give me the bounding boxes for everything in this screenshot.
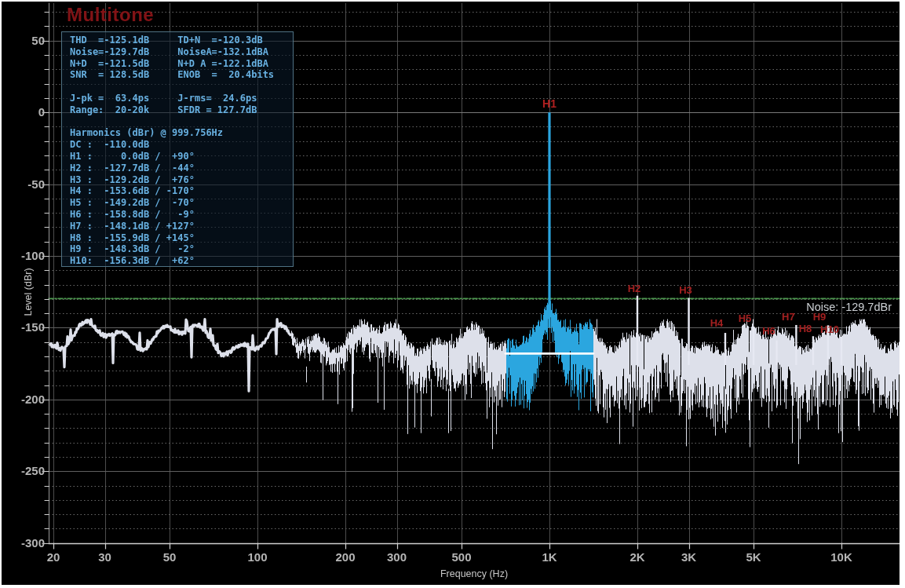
x-tick-50: 50 — [163, 550, 177, 564]
x-tick-200: 200 — [335, 550, 355, 564]
harmonic-label-h5: H5 — [739, 312, 752, 324]
measurement-panel: THD =-125.1dB TD+N =-120.3dB Noise=-129.… — [61, 31, 294, 267]
harmonic-label-h3: H3 — [679, 284, 692, 296]
x-tick-100: 100 — [248, 550, 268, 564]
panel-line-nd: N+D =-121.5dB N+D A =-122.1dBA — [70, 58, 293, 70]
harmonic-label-h2: H2 — [628, 283, 641, 294]
panel-line-h8: H8 : -155.9dB / +145° — [70, 232, 293, 244]
x-tick-5k: 5K — [746, 550, 761, 564]
panel-line-h6: H6 : -158.8dB / -9° — [70, 209, 293, 221]
y-tick--100: -100 — [2, 249, 45, 262]
x-tick-20: 20 — [47, 550, 60, 564]
harmonic-label-h7: H7 — [782, 311, 795, 323]
x-tick-300: 300 — [387, 550, 407, 564]
x-tick-1k: 1K — [542, 550, 557, 564]
panel-line-dc: DC : -110.0dB — [70, 139, 293, 151]
x-axis-label: Frequency (Hz) — [440, 568, 508, 579]
harmonic-label-h8: H8 — [799, 323, 812, 334]
y-tick--150: -150 — [2, 320, 45, 334]
noise-level-label: Noise: -129.7dBr — [806, 301, 892, 313]
x-tick-10k: 10K — [830, 550, 852, 564]
harmonic-label-h4: H4 — [710, 317, 724, 329]
panel-line-range: Range: 20-20k SFDR = 127.7dB — [70, 104, 293, 116]
y-axis-label: Level (dBr) — [23, 268, 34, 316]
panel-line-h4: H4 : -153.6dB / -170° — [70, 185, 293, 197]
panel-line-blank2 — [70, 116, 293, 128]
y-tick-0: 0 — [2, 105, 45, 119]
y-tick--200: -200 — [2, 393, 45, 406]
page-title: Multitone — [67, 4, 154, 26]
panel-line-snr: SNR = 128.5dB ENOB = 20.4bits — [70, 69, 293, 81]
panel-line-h10: H10: -156.3dB / +62° — [70, 255, 293, 267]
analyzer-window: { "title": "Multitone", "panel": { "line… — [0, 0, 905, 588]
panel-line-h2: H2 : -127.7dB / -44° — [70, 163, 293, 174]
harmonic-label-h10: H10 — [820, 323, 839, 335]
plot-screen: Multitone THD =-125.1dB TD+N =-120.3dB N… — [2, 2, 900, 585]
panel-line-h7: H7 : -148.1dB / +127° — [70, 221, 293, 232]
harmonic-label-h6: H6 — [762, 325, 775, 337]
panel-line-h1: H1 : 0.0dB / +90° — [70, 151, 293, 163]
panel-line-jitter: J-pk = 63.4ps J-rms= 24.6ps — [70, 93, 293, 104]
x-tick-3k: 3K — [681, 550, 696, 564]
panel-line-h3: H3 : -129.2dB / +76° — [70, 174, 293, 186]
panel-line-noise: Noise=-129.7dB NoiseA=-132.1dBA — [70, 46, 293, 58]
panel-line-h5: H5 : -149.2dB / -70° — [70, 197, 293, 209]
y-tick-50: 50 — [2, 34, 45, 47]
y-tick--300: -300 — [2, 536, 45, 550]
x-tick-500: 500 — [452, 550, 472, 564]
panel-line-thd: THD =-125.1dB TD+N =-120.3dB — [70, 35, 293, 46]
y-tick--250: -250 — [2, 464, 45, 477]
x-tick-2k: 2K — [629, 550, 644, 564]
panel-line-blank1 — [70, 81, 293, 93]
panel-line-h9: H9 : -148.3dB / -2° — [70, 243, 293, 255]
harmonic-label-h1: H1 — [542, 97, 557, 110]
panel-line-harmonics-header: Harmonics (dBr) @ 999.756Hz — [70, 127, 293, 139]
y-tick--50: -50 — [2, 177, 45, 191]
x-tick-30: 30 — [98, 550, 111, 564]
